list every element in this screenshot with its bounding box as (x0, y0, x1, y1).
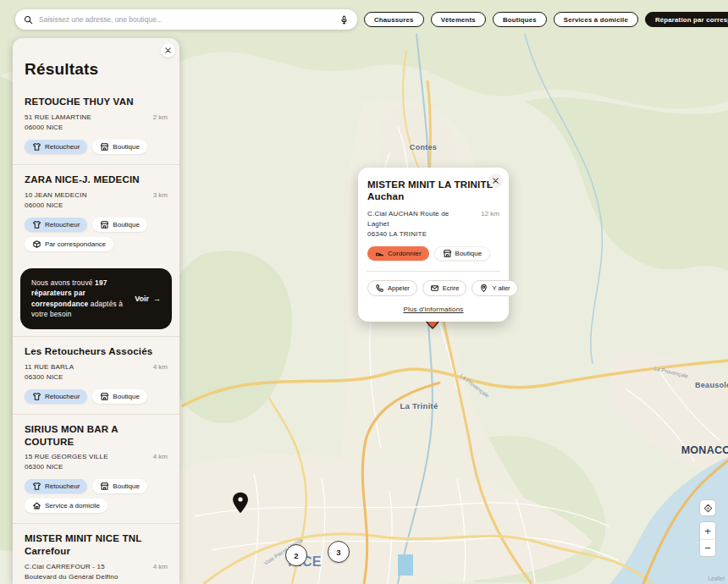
tshirt-icon (32, 220, 41, 229)
mail-icon (430, 284, 439, 293)
tshirt-icon (32, 392, 41, 401)
place-label-contes: Contes (410, 143, 437, 152)
tag-label: Boutique (113, 221, 140, 229)
leaflet-attribution[interactable]: Leaflet (708, 576, 725, 581)
action-ecrire-button[interactable]: Ecrire (422, 280, 467, 296)
result-item-5[interactable]: MISTER MINIT NICE TNL CarrefourC.Cial CA… (13, 523, 179, 584)
promo-banner[interactable]: Nous avons trouvé 197 réparateurs par co… (20, 268, 172, 329)
zoom-in-button[interactable]: + (700, 522, 715, 539)
geolocate-button[interactable] (699, 499, 716, 516)
storefront-icon (100, 392, 109, 401)
results-title: Résultats (25, 60, 168, 79)
popup-meta: C.Cial AUCHAN Route de Laghet06340 LA TR… (367, 209, 499, 240)
tag-label: Boutique (113, 482, 140, 490)
result-distance: 4 km (153, 362, 168, 371)
tag-label: Retoucheur (45, 143, 80, 151)
filter-chip-2[interactable]: Boutiques (493, 12, 547, 27)
results-list: RETOUCHE THUY VAN51 RUE LAMARTINE06000 N… (13, 87, 179, 584)
popup-actions: AppelerEcrireY aller (367, 280, 499, 296)
filter-chip-1[interactable]: Vêtements (431, 12, 486, 27)
place-label-beausoleil: Beausoleil (695, 381, 728, 389)
search-bar (15, 9, 357, 30)
popup-title: MISTER MINIT LA TRINITE Auchan (367, 179, 499, 203)
close-icon (163, 46, 173, 55)
microphone-icon[interactable] (339, 15, 349, 25)
tag-domicile: Service à domicile (25, 499, 108, 513)
promo-voir-button[interactable]: Voir→ (135, 295, 161, 303)
goto-pin-icon (479, 284, 488, 293)
popup-address: C.Cial AUCHAN Route de Laghet06340 LA TR… (367, 209, 467, 240)
popup-divider (367, 271, 500, 272)
filter-chip-0[interactable]: Chaussures (364, 12, 424, 27)
tshirt-icon (32, 482, 41, 491)
popup-distance: 12 km (481, 209, 499, 218)
result-name: SIRIUS MON BAR A COUTURE (25, 423, 168, 449)
result-item-0[interactable]: RETOUCHE THUY VAN51 RUE LAMARTINE06000 N… (13, 87, 179, 164)
place-label-la-trinit-: La Trinité (400, 401, 438, 410)
result-address: 51 RUE LAMARTINE06000 NICE (25, 113, 91, 133)
tag-boutique: Boutique (92, 218, 147, 232)
tag-retoucheur: Retoucheur (25, 389, 87, 404)
filter-chip-3[interactable]: Services à domicile (554, 12, 638, 27)
filter-chip-4[interactable]: Réparation par correspondance (645, 12, 728, 27)
search-input[interactable] (39, 15, 334, 24)
shoe-icon (375, 249, 384, 258)
result-item-3[interactable]: Les Retoucheurs Associés11 RUE BARLA0630… (13, 336, 179, 414)
home-icon (32, 501, 41, 510)
result-distance: 4 km (153, 452, 168, 460)
arrow-right-icon: → (153, 295, 161, 303)
action-appeler-button[interactable]: Appeler (367, 280, 417, 296)
map-controls: + − (699, 499, 716, 557)
result-address: C.Cial CARREFOUR - 15 Boulevard du Génér… (25, 562, 133, 584)
promo-text: Nous avons trouvé 197 réparateurs par co… (31, 278, 126, 320)
tshirt-icon (32, 142, 41, 152)
close-icon (491, 176, 500, 185)
tag-label: Boutique (113, 393, 140, 400)
result-name: MISTER MINIT NICE TNL Carrefour (25, 532, 168, 558)
tag-retoucheur: Retoucheur (25, 479, 87, 493)
tag-label: Retoucheur (45, 482, 80, 490)
popup-tags: CordonnierBoutique (367, 246, 499, 261)
result-item-4[interactable]: SIRIUS MON BAR A COUTURE15 RUE GEORGES V… (13, 414, 179, 524)
tag-label: Boutique (455, 250, 483, 257)
result-distance: 2 km (153, 113, 168, 121)
more-info-link[interactable]: Plus d'informations (367, 306, 499, 313)
tag-label: Retoucheur (45, 393, 80, 400)
zoom-out-button[interactable]: − (700, 539, 715, 556)
storefront-icon (100, 482, 109, 491)
tag-retoucheur: Retoucheur (25, 140, 87, 154)
phone-icon (375, 284, 384, 293)
tag-label: Cordonnier (388, 250, 422, 257)
tag-retoucheur: Retoucheur (25, 218, 87, 232)
results-panel: Résultats RETOUCHE THUY VAN51 RUE LAMART… (13, 38, 179, 584)
place-label-monaco: MONACO (681, 444, 728, 456)
cluster-marker[interactable]: 3 (328, 541, 350, 563)
tag-cordonnier: Cordonnier (367, 246, 429, 261)
cluster-marker[interactable]: 2 (285, 544, 307, 566)
tag-boutique: Boutique (434, 246, 491, 261)
shop-pin-black-icon[interactable] (232, 492, 250, 517)
tag-correspondance: Par correspondance (25, 237, 113, 251)
popup-close-button[interactable] (488, 174, 503, 188)
result-item-1[interactable]: ZARA NICE-J. MEDECIN10 JEAN MEDECIN06000… (13, 164, 179, 262)
search-icon (24, 15, 33, 25)
locate-icon (703, 504, 713, 513)
action-y-aller-button[interactable]: Y aller (472, 280, 517, 296)
tag-label: Boutique (113, 143, 140, 151)
tag-boutique: Boutique (92, 389, 147, 404)
result-address: 10 JEAN MEDECIN06000 NICE (25, 190, 87, 211)
results-close-button[interactable] (161, 43, 175, 58)
tag-boutique: Boutique (92, 479, 147, 493)
result-address: 11 RUE BARLA06300 NICE (25, 362, 74, 383)
tag-boutique: Boutique (92, 140, 147, 154)
storefront-icon (443, 249, 452, 258)
result-distance: 3 km (153, 190, 168, 199)
zoom-control: + − (699, 521, 716, 557)
package-icon (32, 240, 41, 249)
tag-label: Service à domicile (45, 502, 100, 510)
filter-chips: ChaussuresVêtementsBoutiquesServices à d… (364, 12, 728, 27)
result-distance: 4 km (153, 562, 168, 570)
storefront-icon (100, 220, 109, 229)
result-address: 15 RUE GEORGES VILLE06300 NICE (25, 452, 108, 472)
result-name: Les Retoucheurs Associés (25, 345, 168, 358)
